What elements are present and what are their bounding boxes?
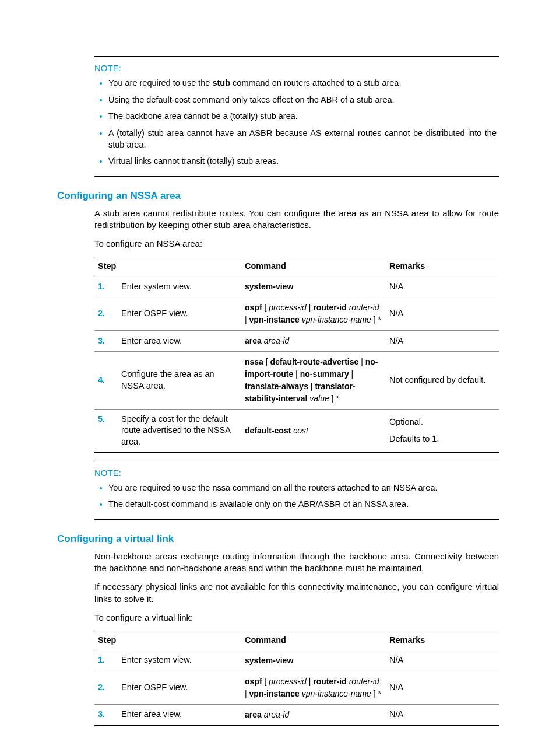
note-box-nssa: NOTE: You are required to use the nssa c… bbox=[94, 461, 499, 520]
step-description: Enter OSPF view. bbox=[118, 671, 241, 704]
step-remarks: N/A bbox=[386, 704, 499, 725]
step-remarks: N/A bbox=[386, 297, 499, 330]
step-command: area area-id bbox=[241, 704, 386, 725]
col-header-remarks: Remarks bbox=[386, 257, 499, 276]
document-page: NOTE: You are required to use the stub c… bbox=[0, 0, 556, 756]
step-number: 3. bbox=[94, 330, 118, 351]
step-remarks: N/A bbox=[386, 276, 499, 297]
table-row: 1. Enter system view. system-view N/A bbox=[94, 276, 499, 297]
heading-vlink: Configuring a virtual link bbox=[57, 533, 499, 546]
step-command: ospf [ process-id | router-id router-id … bbox=[241, 297, 386, 330]
step-number: 4. bbox=[94, 351, 118, 409]
note-item: You are required to use the stub command… bbox=[108, 78, 497, 89]
table-row: 2. Enter OSPF view. ospf [ process-id | … bbox=[94, 297, 499, 330]
note-item: A (totally) stub area cannot have an ASB… bbox=[108, 128, 497, 150]
step-number: 3. bbox=[94, 704, 118, 725]
step-description: Enter system view. bbox=[118, 276, 241, 297]
note-list-nssa: You are required to use the nssa command… bbox=[94, 482, 499, 510]
table-row: 2. Enter OSPF view. ospf [ process-id | … bbox=[94, 671, 499, 704]
step-remarks: N/A bbox=[386, 650, 499, 671]
table-row: 3. Enter area view. area area-id N/A bbox=[94, 704, 499, 725]
table-row: 5. Specify a cost for the default route … bbox=[94, 409, 499, 452]
step-command: default-cost cost bbox=[241, 409, 386, 452]
col-header-step: Step bbox=[94, 257, 241, 276]
step-description: Enter system view. bbox=[118, 650, 241, 671]
note-item: Virtual links cannot transit (totally) s… bbox=[108, 156, 497, 167]
step-number: 1. bbox=[94, 650, 118, 671]
table-row: 4. Configure the area as an NSSA area. n… bbox=[94, 351, 499, 409]
step-command: ospf [ process-id | router-id router-id … bbox=[241, 671, 386, 704]
table-row: 3. Enter area view. area area-id N/A bbox=[94, 330, 499, 351]
step-number: 5. bbox=[94, 409, 118, 452]
step-number: 2. bbox=[94, 671, 118, 704]
col-header-command: Command bbox=[241, 257, 386, 276]
heading-nssa: Configuring an NSSA area bbox=[57, 190, 499, 203]
note-item: The default-cost command is available on… bbox=[108, 499, 497, 510]
paragraph: A stub area cannot redistribute routes. … bbox=[94, 208, 499, 232]
step-remarks: Optional.Defaults to 1. bbox=[386, 409, 499, 452]
note-label: NOTE: bbox=[94, 467, 499, 479]
note-item: The backbone area cannot be a (totally) … bbox=[108, 111, 497, 123]
step-number: 2. bbox=[94, 297, 118, 330]
steps-table-nssa: Step Command Remarks 1. Enter system vie… bbox=[94, 257, 499, 452]
step-description: Enter area view. bbox=[118, 704, 241, 725]
step-description: Configure the area as an NSSA area. bbox=[118, 351, 241, 409]
step-command: area area-id bbox=[241, 330, 386, 351]
step-description: Specify a cost for the default route adv… bbox=[118, 409, 241, 452]
note-label: NOTE: bbox=[94, 62, 499, 74]
note-list-stub: You are required to use the stub command… bbox=[94, 78, 499, 167]
step-description: Enter OSPF view. bbox=[118, 297, 241, 330]
col-header-remarks: Remarks bbox=[386, 631, 499, 650]
col-header-step: Step bbox=[94, 631, 241, 650]
col-header-command: Command bbox=[241, 631, 386, 650]
note-item: Using the default-cost command only take… bbox=[108, 94, 497, 106]
step-remarks: Not configured by default. bbox=[386, 351, 499, 409]
paragraph: Non-backbone areas exchange routing info… bbox=[94, 551, 499, 575]
step-command: system-view bbox=[241, 650, 386, 671]
step-command: nssa [ default-route-advertise | no-impo… bbox=[241, 351, 386, 409]
step-command: system-view bbox=[241, 276, 386, 297]
step-remarks: N/A bbox=[386, 671, 499, 704]
note-box-stub: NOTE: You are required to use the stub c… bbox=[94, 56, 499, 177]
paragraph: To configure an NSSA area: bbox=[94, 238, 499, 250]
steps-table-vlink: Step Command Remarks 1. Enter system vie… bbox=[94, 631, 499, 726]
note-item: You are required to use the nssa command… bbox=[108, 482, 497, 494]
paragraph: To configure a virtual link: bbox=[94, 612, 499, 624]
table-row: 1. Enter system view. system-view N/A bbox=[94, 650, 499, 671]
paragraph: If necessary physical links are not avai… bbox=[94, 581, 499, 605]
step-number: 1. bbox=[94, 276, 118, 297]
step-description: Enter area view. bbox=[118, 330, 241, 351]
step-remarks: N/A bbox=[386, 330, 499, 351]
